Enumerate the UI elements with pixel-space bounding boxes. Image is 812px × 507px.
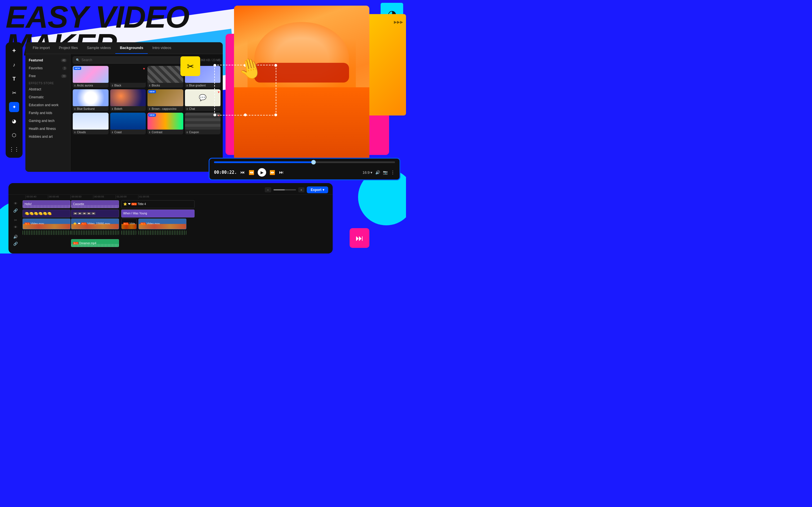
thumb-blue-sunburst[interactable]: ⬇Blue Sunburst xyxy=(73,89,109,111)
clip-stickers-1[interactable]: 🍋🍋🍋🍋🍋🍋 xyxy=(22,210,70,217)
skip-to-end-button[interactable]: ⏭ xyxy=(350,228,369,248)
rewind-button[interactable]: ⏪ xyxy=(248,169,255,176)
more-options-icon[interactable]: ⋮ xyxy=(391,170,395,175)
cat-family[interactable]: Family and kids xyxy=(26,109,70,117)
tab-backgrounds[interactable]: Backgrounds xyxy=(115,42,148,54)
track-cut-icon[interactable]: ✂ xyxy=(10,217,21,223)
new-badge: NEW xyxy=(148,114,156,117)
audio-wave-2 xyxy=(71,230,119,235)
video-player: 00:00:22. ⏮ ⏪ ▶ ⏩ ⏭ 16:9 ▾ 🔊 📷 ⋮ xyxy=(209,158,400,180)
thumb-brown-cappuccino[interactable]: NEW ⬇Brown - cappuccino xyxy=(147,89,183,111)
scissors-icon: ✂ xyxy=(187,61,194,71)
track-row-titles: Hello! Cassette ⭐ ❤ fx·1 Tittle 4 xyxy=(22,200,333,209)
fast-forward-button[interactable]: ⏩ xyxy=(269,169,276,176)
grid-icon-btn[interactable]: ⋮⋮ xyxy=(9,144,19,154)
audio-wave-4 xyxy=(139,230,186,235)
add-button[interactable]: + xyxy=(9,46,19,56)
zoom-out-button[interactable]: − xyxy=(265,187,271,192)
tab-project-files[interactable]: Project files xyxy=(54,42,82,54)
time-display: 00:00:22. xyxy=(214,170,237,175)
cat-hobbies[interactable]: Hobbies and art xyxy=(26,133,70,140)
progress-knob[interactable] xyxy=(311,160,316,165)
clip-hello[interactable]: Hello! xyxy=(22,200,70,208)
clip-cassette[interactable]: Cassette xyxy=(71,200,119,208)
export-button[interactable]: Export ▾ xyxy=(307,186,328,193)
music-icon-btn[interactable]: ♪ xyxy=(9,60,19,70)
play-button[interactable]: ▶ xyxy=(258,168,266,177)
thumb-contrast[interactable]: NEW ⬇Contrast xyxy=(147,113,183,134)
thumb-coast[interactable]: ⬇Coast xyxy=(110,113,146,134)
clip-tittle4[interactable]: ⭐ ❤ fx·1 Tittle 4 xyxy=(121,200,195,208)
text-icon-btn[interactable]: T xyxy=(9,74,19,84)
cat-favorites[interactable]: Favorites 3 xyxy=(26,64,70,72)
sel-handle-tr xyxy=(274,64,277,67)
download-icon: ⬇ xyxy=(186,84,188,87)
track-mute-icon[interactable]: 🔗 xyxy=(10,240,21,247)
clip-video-1[interactable]: fx·1 Video.mov xyxy=(22,219,70,229)
volume-icon[interactable]: 🔊 xyxy=(375,170,380,175)
emoji-star: ⭐ xyxy=(123,202,127,206)
search-placeholder: Search xyxy=(82,58,92,62)
track-eye-icon[interactable]: 👁 xyxy=(10,200,21,207)
thumb-blocks[interactable]: ♥ ⬇Blocks xyxy=(147,66,183,88)
player-controls: 00:00:22. ⏮ ⏪ ▶ ⏩ ⏭ 16:9 ▾ 🔊 📷 ⋮ xyxy=(214,168,395,177)
skip-back-button[interactable]: ⏮ xyxy=(240,169,245,175)
sel-handle-br xyxy=(274,114,277,116)
download-icon: ⬇ xyxy=(149,108,151,110)
timeline-ruler: 00:00:40 00:00:45 00:00:50 00:00:55 01:0… xyxy=(8,194,333,199)
cat-cinematic[interactable]: Cinematic xyxy=(26,93,70,101)
download-icon: ⬇ xyxy=(186,108,188,110)
crop-icon-btn[interactable]: ⬡ xyxy=(9,130,19,140)
track-row-dreamer: fx·1 Dreamer.mp4 xyxy=(22,239,333,247)
magic-icon-btn[interactable]: ✦ xyxy=(9,102,19,112)
clip-video-3[interactable]: fx·1 Video.mov xyxy=(139,219,186,229)
search-icon: 🔍 xyxy=(76,58,80,62)
tracks-content: Hello! Cassette ⭐ ❤ fx·1 Tittle 4 xyxy=(22,199,333,248)
emoji-heart: ❤ xyxy=(128,202,131,206)
clip-stickers-2[interactable]: 📼📼📼📼📼 xyxy=(71,210,119,217)
cat-education[interactable]: Education and work xyxy=(26,101,70,109)
tab-intro-videos[interactable]: Intro videos xyxy=(148,42,175,54)
tab-bar: File import Project files Sample videos … xyxy=(26,42,223,54)
skip-end-icon: ⏭ xyxy=(356,233,363,243)
sel-handle-bm xyxy=(244,114,247,116)
clip-when-i-was-young[interactable]: When I Was Young xyxy=(121,210,195,217)
cat-abstract[interactable]: Abstract xyxy=(26,86,70,93)
track-controls: 👁 🔗 ✂ 👁 🔊 🔗 xyxy=(8,199,22,248)
ruler-mark: 00:00:50 xyxy=(70,195,93,199)
new-badge: NEW xyxy=(73,67,81,70)
zoom-in-button[interactable]: + xyxy=(298,187,305,192)
download-icon: ⬇ xyxy=(74,131,76,134)
cat-featured[interactable]: Featured 40 xyxy=(26,56,70,64)
aspect-ratio-selector[interactable]: 16:9 ▾ xyxy=(363,170,372,175)
tab-file-import[interactable]: File import xyxy=(28,42,54,54)
clip-video-short[interactable]: fx·1 Vide xyxy=(121,219,137,229)
timer-icon-btn[interactable]: ◕ xyxy=(9,116,19,126)
track-lock-icon[interactable]: 🔗 xyxy=(10,207,21,214)
timeline: − + Export ▾ 00:00:40 00:00:45 00:00:50 … xyxy=(8,183,333,253)
track-eye2-icon[interactable]: 👁 xyxy=(10,224,21,230)
effects-store-label: EFFECTS STORE xyxy=(26,80,70,86)
thumb-bokeh[interactable]: ⬇Bokeh xyxy=(110,89,146,111)
cat-health[interactable]: Health and fitness xyxy=(26,125,70,133)
clip-dreamer[interactable]: fx·1 Dreamer.mp4 xyxy=(71,239,119,247)
fx-badge: fx·1 xyxy=(132,203,137,205)
thumb-arctic-aurora[interactable]: NEW ⬇Arctic aurora xyxy=(73,66,109,88)
camera-icon[interactable]: 📷 xyxy=(383,170,388,175)
skip-forward-button[interactable]: ⏭ xyxy=(278,169,284,175)
cat-free[interactable]: Free 39 xyxy=(26,72,70,80)
scissors-sticker: ✂ xyxy=(181,56,200,76)
tab-sample-videos[interactable]: Sample videos xyxy=(82,42,115,54)
download-icon: ⬇ xyxy=(149,84,151,87)
clip-video-2[interactable]: ⭐ ❤ fx·1 Video_15666.mov xyxy=(71,219,119,229)
effects-icon-btn[interactable]: ✂ xyxy=(9,88,19,98)
chevron-down-icon: ▾ xyxy=(370,170,372,175)
cat-gaming[interactable]: Gaming and tech xyxy=(26,117,70,125)
zoom-slider[interactable] xyxy=(273,189,296,190)
thumb-clouds[interactable]: ⬇Clouds xyxy=(73,113,109,134)
timeline-header: − + Export ▾ xyxy=(8,185,333,194)
track-vol-icon[interactable]: 🔊 xyxy=(10,233,21,240)
thumb-black[interactable]: ♥ ⬇Black xyxy=(110,66,146,88)
search-box[interactable]: 🔍 Search xyxy=(73,56,185,64)
progress-bar[interactable] xyxy=(214,161,395,163)
